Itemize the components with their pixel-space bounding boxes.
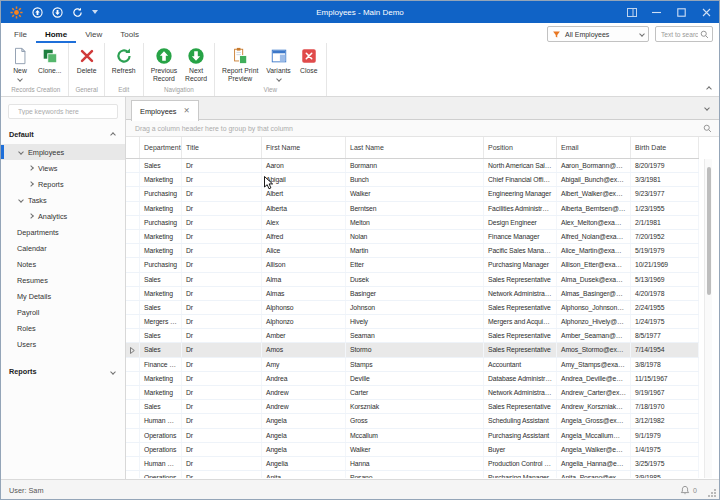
grid-search-icon[interactable] [703, 124, 712, 133]
cell-position: Design Engineer [484, 216, 557, 229]
scrollbar-thumb[interactable] [707, 167, 711, 295]
previous-record-button[interactable]: Previous Record [148, 46, 180, 83]
chevron-down-icon[interactable] [18, 149, 24, 155]
nav-group-header-default[interactable]: Default [1, 125, 125, 144]
vertical-scrollbar[interactable] [704, 159, 712, 478]
chevron-down-icon[interactable] [18, 197, 24, 203]
chevron-right-icon[interactable] [28, 165, 34, 171]
sidebar-item-employees[interactable]: Employees [1, 144, 125, 160]
ribbon-search-box[interactable] [655, 26, 713, 42]
table-row[interactable]: PurchasingDrAlbertWalkerEngineering Mana… [126, 187, 699, 201]
table-row[interactable]: SalesDrAlphonsoJohnsonSales Representati… [126, 301, 699, 315]
ribbon-search-input[interactable] [659, 30, 700, 39]
table-row[interactable]: PurchasingDrAllisonEtterPurchasing Manag… [126, 258, 699, 272]
table-row[interactable]: PurchasingDrAlexMeltonDesign EngineerAle… [126, 216, 699, 230]
sidebar-item-tasks[interactable]: Tasks [1, 192, 125, 208]
table-row[interactable]: MarketingDrAndreaDevilleDatabase Adminis… [126, 372, 699, 386]
sidebar-item-label: Views [38, 164, 57, 173]
column-header-title[interactable]: Title [182, 137, 262, 158]
sidebar-item-notes[interactable]: Notes [1, 256, 125, 272]
cell-email: Alfred_Nolan@example.c... [557, 230, 631, 243]
ribbon-tab-home[interactable]: Home [36, 26, 76, 43]
notifications[interactable]: 0 [680, 480, 697, 500]
grid-group-panel[interactable]: Drag a column header here to group by th… [126, 120, 720, 137]
table-row[interactable]: OperationsDrAngelaMccallumPurchasing Ass… [126, 429, 699, 443]
column-header-last-name[interactable]: Last Name [346, 137, 484, 158]
table-row[interactable]: MarketingDrAlfredNolanFinance ManagerAlf… [126, 230, 699, 244]
table-row[interactable]: MarketingDrAliceMartinPacific Sales Mana… [126, 244, 699, 258]
chevron-right-icon[interactable] [28, 213, 34, 219]
cell-first-name: Alphonzo [262, 315, 346, 328]
minimize-icon [652, 8, 661, 17]
ribbon-group-view: Report Print PreviewVariantsCloseView [215, 43, 327, 96]
qat-refresh-icon[interactable] [72, 7, 83, 18]
table-row[interactable]: Mergers and Ac...DrAlphonzoHivelyMergers… [126, 315, 699, 329]
grid-header-indicator [126, 137, 140, 158]
sidebar-item-payroll[interactable]: Payroll [1, 304, 125, 320]
table-row[interactable]: SalesDrAlmaDusekSales RepresentativeAlma… [126, 273, 699, 287]
sidebar-item-roles[interactable]: Roles [1, 320, 125, 336]
cell-title: Dr [182, 372, 262, 385]
table-row[interactable]: SalesDrAmberSeamanSales RepresentativeAm… [126, 329, 699, 343]
column-header-position[interactable]: Position [484, 137, 557, 158]
table-row[interactable]: Human Resourc...DrAngeliaHannaProduction… [126, 457, 699, 471]
ribbon-tab-file[interactable]: File [5, 26, 36, 43]
nav-group-header-reports[interactable]: Reports [1, 362, 125, 381]
cell-department: Operations [140, 443, 182, 456]
ribbon-tab-view[interactable]: View [76, 26, 111, 43]
tab-close-icon[interactable]: ✕ [184, 107, 190, 115]
resize-grip-icon[interactable] [708, 489, 716, 497]
cell-last-name: Walker [346, 443, 484, 456]
table-row[interactable]: SalesDrAndrewKorszniakSales Representati… [126, 400, 699, 414]
sidebar-item-views[interactable]: Views [1, 160, 125, 176]
sidebar-item-users[interactable]: Users [1, 336, 125, 352]
sidebar-item-departments[interactable]: Departments [1, 224, 125, 240]
refresh-button[interactable]: Refresh [109, 46, 139, 75]
table-row[interactable]: MarketingDrAlmasBasingerNetwork Administ… [126, 287, 699, 301]
delete-icon [78, 47, 96, 65]
column-header-email[interactable]: Email [557, 137, 631, 158]
table-row[interactable]: Human Resourc...DrAngelaGrossScheduling … [126, 414, 699, 428]
qat-customize-dropdown-icon[interactable] [92, 10, 98, 14]
table-row[interactable]: MarketingDrAlbertaBerntsenFacilities Adm… [126, 202, 699, 216]
sidebar-item-resumes[interactable]: Resumes [1, 272, 125, 288]
table-row[interactable]: MarketingDrAbigailBunchChief Financial O… [126, 173, 699, 187]
clone-button[interactable]: Clone... [35, 46, 64, 75]
close-button[interactable]: Close [296, 46, 322, 75]
sidebar-item-analytics[interactable]: Analytics [1, 208, 125, 224]
ribbon-group-edit: RefreshEdit [105, 43, 144, 96]
ribbon-tab-tools[interactable]: Tools [111, 26, 148, 43]
table-row[interactable]: SalesDrAmosStormoSales RepresentativeAmo… [126, 343, 699, 357]
cell-birth-date: 3/3/1981 [631, 173, 699, 186]
new-button[interactable]: New [7, 46, 33, 81]
document-tab-employees[interactable]: Employees ✕ [131, 100, 199, 121]
table-row[interactable]: OperationsDrAngelaWalkerBuyerAngela_Walk… [126, 443, 699, 457]
cell-email: Alphonzo_Hively@exampl... [557, 315, 631, 328]
window-button-layout-panels[interactable] [619, 1, 644, 23]
table-row[interactable]: OperationsDrAnitaPosanoPurchasing Manage… [126, 471, 699, 478]
window-button-maximize[interactable] [669, 1, 694, 23]
sidebar-item-calendar[interactable]: Calendar [1, 240, 125, 256]
column-header-first-name[interactable]: First Name [262, 137, 346, 158]
column-header-birth-date[interactable]: Birth Date [631, 137, 699, 158]
table-row[interactable]: Finance and Ac...DrAmyStampsAccountantAm… [126, 358, 699, 372]
next-record-button[interactable]: Next Record [182, 46, 210, 83]
tab-list-dropdown-icon[interactable] [704, 105, 710, 111]
table-row[interactable]: SalesDrAaronBormannNorth American Sales … [126, 159, 699, 173]
window-button-minimize[interactable] [644, 1, 669, 23]
sidebar-search-input[interactable] [16, 107, 113, 116]
qat-previous-record-icon[interactable] [32, 7, 43, 18]
chevron-right-icon[interactable] [28, 181, 34, 187]
cell-birth-date: 7/14/1954 [631, 343, 699, 356]
records-filter-dropdown[interactable]: All Employees [547, 26, 649, 42]
variants-button[interactable]: Variants [263, 46, 293, 81]
delete-button[interactable]: Delete [74, 46, 100, 75]
sidebar-item-reports[interactable]: Reports [1, 176, 125, 192]
window-button-close[interactable] [694, 1, 719, 23]
sidebar-item-my-details[interactable]: My Details [1, 288, 125, 304]
report-print-preview-button[interactable]: Report Print Preview [219, 46, 261, 83]
sidebar-search-box[interactable] [8, 104, 118, 119]
column-header-department[interactable]: Department [140, 137, 182, 158]
qat-next-record-icon[interactable] [52, 7, 63, 18]
table-row[interactable]: MarketingDrAndrewCarterNetwork Administr… [126, 386, 699, 400]
